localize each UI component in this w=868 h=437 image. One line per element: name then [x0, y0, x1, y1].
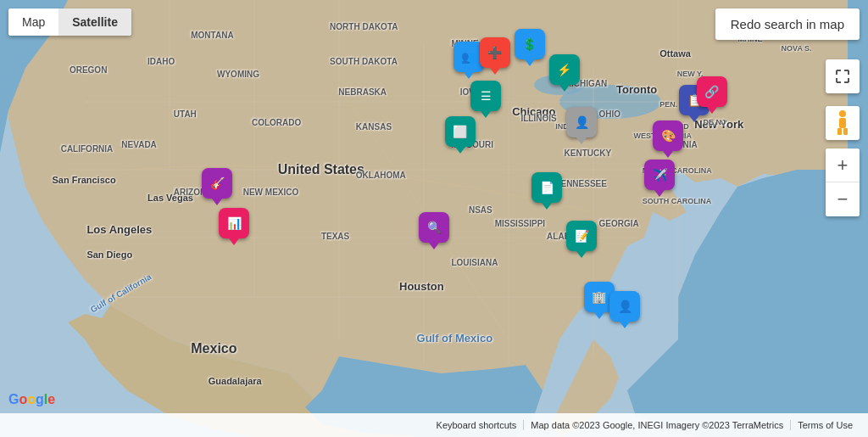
marker-list-il[interactable]: ☰ — [470, 81, 501, 111]
map-type-control: Map Satellite — [8, 8, 131, 36]
street-view-button[interactable] — [826, 106, 860, 140]
svg-rect-15 — [839, 118, 846, 128]
footer-links: Keyboard shortcuts Map data ©2023 Google… — [430, 420, 860, 430]
svg-point-14 — [839, 110, 846, 117]
marker-art-va[interactable]: 🎨 — [653, 120, 683, 151]
marker-money[interactable]: 💲 — [515, 29, 545, 59]
marker-frame-mo[interactable]: ⬜ — [445, 116, 476, 147]
svg-rect-16 — [837, 128, 842, 135]
map-button[interactable]: Map — [8, 8, 58, 36]
marker-person-oh[interactable]: 👤 — [566, 107, 597, 137]
map-footer: Keyboard shortcuts Map data ©2023 Google… — [0, 413, 868, 437]
marker-link-ny[interactable]: 🔗 — [697, 76, 727, 107]
marker-hospital[interactable]: ➕ — [480, 37, 510, 68]
keyboard-shortcuts-link[interactable]: Keyboard shortcuts — [430, 420, 525, 430]
zoom-in-button[interactable]: + — [826, 148, 860, 182]
zoom-controls: + − — [826, 148, 860, 216]
satellite-button[interactable]: Satellite — [58, 8, 131, 36]
terms-of-use-link[interactable]: Terms of Use — [791, 420, 860, 430]
zoom-out-button[interactable]: − — [826, 182, 860, 216]
marker-doc-ga[interactable]: 📝 — [566, 221, 597, 251]
map-container[interactable]: United States Mexico Chicago New York To… — [0, 0, 868, 437]
marker-doc-tn[interactable]: 📄 — [531, 172, 562, 203]
redo-search-button[interactable]: Redo search in map — [715, 8, 860, 40]
marker-search-ar[interactable]: 🔍 — [419, 212, 449, 243]
marker-person-fl[interactable]: 👤 — [609, 291, 640, 322]
fullscreen-button[interactable] — [826, 59, 860, 93]
marker-plane-nc[interactable]: ✈️ — [644, 160, 675, 190]
google-logo: Google — [8, 392, 55, 407]
marker-lightning-mi[interactable]: ⚡ — [549, 54, 580, 85]
marker-music-co[interactable]: 🎸 — [202, 168, 232, 199]
right-controls-panel: + − — [826, 59, 860, 216]
marker-pink-ok[interactable]: 📊 — [219, 208, 249, 238]
map-data-text: Map data ©2023 Google, INEGI Imagery ©20… — [524, 420, 791, 430]
svg-rect-17 — [843, 128, 848, 135]
